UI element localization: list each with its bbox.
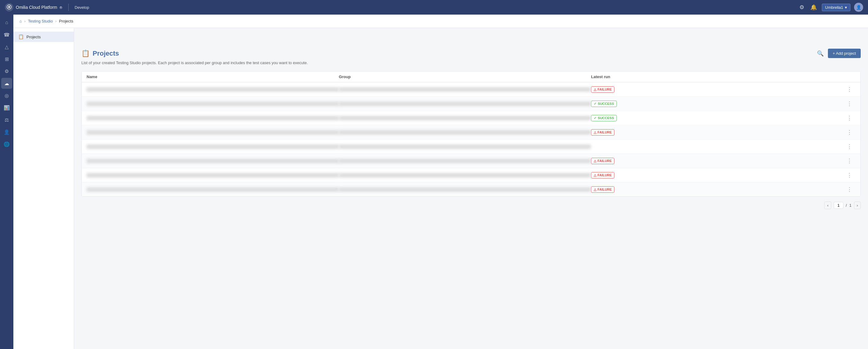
pagination: ‹ / 1 › xyxy=(82,202,861,209)
row-name: regression_regression xyxy=(87,159,339,163)
row-more-button[interactable]: ⋮ xyxy=(843,114,856,122)
navbar: Omilia Cloud Platform® Develop ⚙ 🔔 Umbre… xyxy=(0,0,868,14)
warning-icon: △ xyxy=(594,130,596,134)
sidebar-icon-phone[interactable]: ☎ xyxy=(1,29,12,40)
row-name: api_test xyxy=(87,187,339,192)
col-latest-run: Latest run xyxy=(591,75,843,79)
col-name: Name xyxy=(87,75,339,79)
tenant-selector[interactable]: Umbrella1 ▾ xyxy=(822,4,850,11)
table-row[interactable]: test_project_alpha_lorem group1 △ FAILUR… xyxy=(82,82,860,97)
app-layout: ⌂ ☎ △ ⊞ ⚙ ☁ ◎ 📊 ⚖ 👤 🌐 ⌂ › Testing Studio… xyxy=(0,14,868,349)
row-more-button[interactable]: ⋮ xyxy=(843,185,856,193)
settings-navbar-button[interactable]: ⚙ xyxy=(798,3,805,12)
sidebar-icon-balance[interactable]: ⚖ xyxy=(1,114,12,125)
breadcrumb: ⌂ › Testing Studio › Projects xyxy=(13,14,868,28)
main-content: 📋 Projects 🔍 + Add project List of your … xyxy=(74,41,868,349)
add-project-button[interactable]: + Add project xyxy=(828,49,861,58)
sidebar-icon-settings-circle[interactable]: ◎ xyxy=(1,90,12,101)
table-row[interactable]: integration_test_beta group1 △ FAILURE ⋮ xyxy=(82,168,860,182)
check-icon: ✓ xyxy=(594,116,596,120)
svg-point-1 xyxy=(8,6,10,8)
row-more-button[interactable]: ⋮ xyxy=(843,85,856,93)
status-badge-success: ✓ SUCCESS xyxy=(591,115,617,121)
row-group: group1 xyxy=(339,187,591,192)
row-name: prod_test_project xyxy=(87,130,339,135)
pagination-next-button[interactable]: › xyxy=(854,202,861,209)
row-group: group1 xyxy=(339,101,591,106)
status-text: FAILURE xyxy=(597,159,612,163)
avatar[interactable]: 👤 xyxy=(854,3,863,12)
content-sidebar: 📋 Projects xyxy=(13,28,74,349)
row-status: △ FAILURE xyxy=(591,186,843,193)
navbar-divider xyxy=(68,4,69,11)
status-badge-success: ✓ SUCCESS xyxy=(591,100,617,107)
sidebar-icon-triangle[interactable]: △ xyxy=(1,41,12,52)
table-row[interactable]: test_project_alpha group1 ✓ SUCCESS ⋮ xyxy=(82,97,860,111)
projects-table: Name Group Latest run test_project_alpha… xyxy=(82,71,861,197)
warning-icon: △ xyxy=(594,159,596,163)
row-group: group1 xyxy=(339,116,591,120)
sidebar-icon-user[interactable]: 👤 xyxy=(1,126,12,138)
check-icon: ✓ xyxy=(594,102,596,106)
projects-nav-icon: 📋 xyxy=(18,34,24,39)
row-more-button[interactable]: ⋮ xyxy=(843,143,856,150)
page-description: List of your created Testing Studio proj… xyxy=(82,60,861,65)
row-more-button[interactable]: ⋮ xyxy=(843,128,856,136)
row-name: integration_test_beta xyxy=(87,173,339,178)
page-title-icon: 📋 xyxy=(82,50,90,57)
status-badge-failure: △ FAILURE xyxy=(591,172,614,178)
row-name: test_project_alpha_lorem xyxy=(87,87,339,92)
col-actions xyxy=(843,75,856,79)
row-status: △ FAILURE xyxy=(591,86,843,93)
row-status: ✓ SUCCESS xyxy=(591,115,843,121)
page-header-actions: 🔍 + Add project xyxy=(816,49,861,58)
table-row[interactable]: prod_test_project group1 △ FAILURE ⋮ xyxy=(82,125,860,140)
status-text: SUCCESS xyxy=(598,116,614,120)
brand-reg: ® xyxy=(60,5,62,9)
table-row[interactable]: api_test group1 △ FAILURE ⋮ xyxy=(82,182,860,196)
row-status: △ FAILURE xyxy=(591,172,843,178)
row-group: group1 xyxy=(339,144,591,149)
table-row[interactable]: ui_test_demo group1 ⋮ xyxy=(82,140,860,154)
breadcrumb-sep-2: › xyxy=(55,19,57,23)
sidebar-icon-flow[interactable]: ⚙ xyxy=(1,66,12,77)
row-group: group1 xyxy=(339,130,591,135)
tenant-chevron-icon: ▾ xyxy=(845,5,847,10)
pagination-separator: / xyxy=(846,203,847,208)
notifications-button[interactable]: 🔔 xyxy=(809,3,818,12)
icon-sidebar: ⌂ ☎ △ ⊞ ⚙ ☁ ◎ 📊 ⚖ 👤 🌐 xyxy=(0,14,13,349)
status-badge-failure: △ FAILURE xyxy=(591,86,614,93)
sidebar-icon-globe[interactable]: 🌐 xyxy=(1,139,12,150)
status-text: FAILURE xyxy=(597,187,612,191)
sidebar-icon-grid[interactable]: ⊞ xyxy=(1,54,12,64)
breadcrumb-home-link[interactable]: ⌂ xyxy=(20,19,22,23)
navbar-section: Develop xyxy=(75,5,89,10)
sidebar-icon-testing[interactable]: ☁ xyxy=(1,78,12,89)
table-row[interactable]: test_project_II_test_2x group1 ✓ SUCCESS… xyxy=(82,111,860,125)
warning-icon: △ xyxy=(594,88,596,91)
status-text: FAILURE xyxy=(597,130,612,134)
table-header: Name Group Latest run xyxy=(82,71,860,82)
status-text: FAILURE xyxy=(597,173,612,177)
row-more-button[interactable]: ⋮ xyxy=(843,171,856,179)
row-name: ui_test_demo xyxy=(87,144,339,149)
sidebar-nav-projects[interactable]: 📋 Projects xyxy=(13,32,74,42)
breadcrumb-studio-link[interactable]: Testing Studio xyxy=(28,19,53,23)
below-breadcrumb: 📋 Projects 📋 Projects 🔍 + Add project Li… xyxy=(13,28,868,349)
status-text: SUCCESS xyxy=(598,102,614,106)
row-name: test_project_alpha xyxy=(87,101,339,106)
sidebar-icon-chart[interactable]: 📊 xyxy=(1,102,12,113)
row-status: △ FAILURE xyxy=(591,129,843,136)
row-group: group1 xyxy=(339,87,591,92)
search-button[interactable]: 🔍 xyxy=(816,49,825,58)
row-more-button[interactable]: ⋮ xyxy=(843,100,856,108)
row-more-button[interactable]: ⋮ xyxy=(843,157,856,165)
sidebar-icon-home[interactable]: ⌂ xyxy=(1,17,12,28)
warning-icon: △ xyxy=(594,173,596,177)
status-badge-failure: △ FAILURE xyxy=(591,129,614,136)
pagination-page-input[interactable] xyxy=(834,202,843,209)
pagination-prev-button[interactable]: ‹ xyxy=(824,202,831,209)
row-group: group1 xyxy=(339,173,591,178)
table-row[interactable]: regression_regression group1 △ FAILURE ⋮ xyxy=(82,154,860,168)
row-group: group1 xyxy=(339,159,591,163)
